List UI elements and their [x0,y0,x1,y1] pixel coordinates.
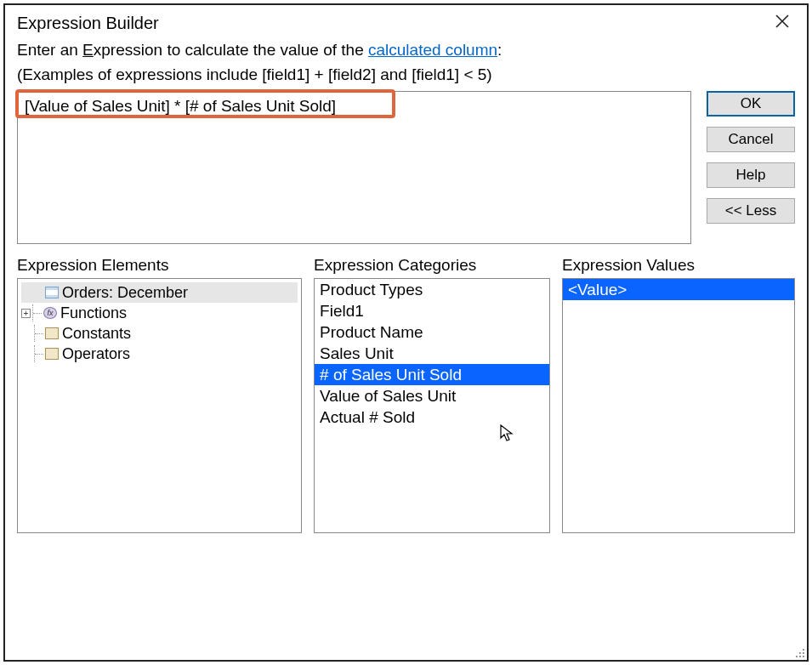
dialog-title: Expression Builder [17,14,159,33]
help-button[interactable]: Help [707,162,795,188]
category-item[interactable]: Actual # Sold [315,406,549,428]
categories-label: Expression Categories [314,256,550,275]
elements-label: Expression Elements [17,256,302,275]
categories-column: Expression Categories Product TypesField… [314,256,550,533]
tree-item-functions[interactable]: + fx Functions [21,303,298,323]
category-item[interactable]: Sales Unit [315,343,549,364]
category-item[interactable]: # of Sales Unit Sold [315,364,549,385]
instruction-line-1: Enter an Expression to calculate the val… [5,37,807,62]
values-label: Expression Values [562,256,795,275]
table-icon [45,287,59,298]
tree-item-orders[interactable]: Orders: December [21,282,298,303]
less-button[interactable]: << Less [707,198,795,224]
tree-label: Operators [62,344,130,364]
button-column: OK Cancel Help << Less [707,91,795,244]
expression-text: [Value of Sales Unit] * [# of Sales Unit… [25,97,336,115]
resize-grip-icon[interactable] [793,646,805,658]
fx-icon: fx [43,307,57,319]
tree-item-constants[interactable]: Constants [21,323,298,344]
instr-suffix: : [497,41,502,59]
expand-icon[interactable]: + [21,309,31,318]
expression-textarea[interactable]: [Value of Sales Unit] * [# of Sales Unit… [17,91,691,244]
category-item[interactable]: Value of Sales Unit [315,385,549,406]
values-listbox[interactable]: <Value> [562,278,795,533]
tree-label: Constants [62,323,131,344]
instr-mid: xpression to calculate the value of the [94,41,368,59]
value-item[interactable]: <Value> [563,279,794,300]
titlebar: Expression Builder [5,5,807,37]
close-icon[interactable] [769,12,795,34]
tree-label: Functions [60,303,127,323]
category-item[interactable]: Field1 [315,300,549,321]
categories-listbox[interactable]: Product TypesField1Product NameSales Uni… [314,278,550,533]
calculated-column-link[interactable]: calculated column [368,41,497,59]
instr-hotkey: E [82,41,94,59]
elements-column: Expression Elements Orders: December + f… [17,256,302,533]
elements-tree[interactable]: Orders: December + fx Functions Constant… [17,278,302,533]
instr-prefix: Enter an [17,41,82,59]
category-item[interactable]: Product Name [315,321,549,343]
category-item[interactable]: Product Types [315,279,549,300]
node-icon [45,348,59,360]
cancel-button[interactable]: Cancel [707,127,795,152]
tree-label: Orders: December [62,282,188,303]
dialog-expression-builder: Expression Builder Enter an Expression t… [3,3,809,662]
instruction-line-2: (Examples of expressions include [field1… [5,62,807,87]
ok-button[interactable]: OK [707,91,795,117]
node-icon [45,327,59,339]
values-column: Expression Values <Value> [562,256,795,533]
tree-item-operators[interactable]: Operators [21,344,298,364]
